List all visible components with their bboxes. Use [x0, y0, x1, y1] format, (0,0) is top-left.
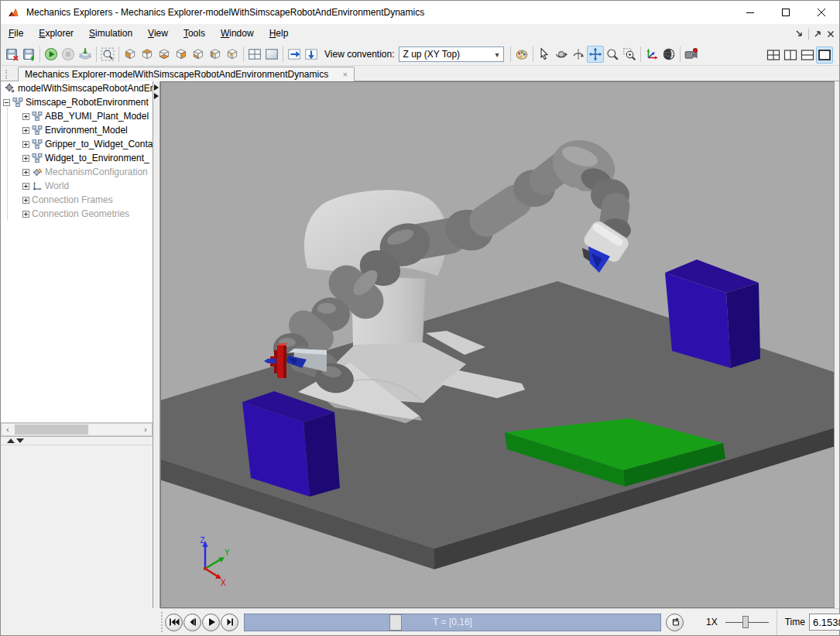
- tree-item-simscape[interactable]: Simscape_RobotEnvironment: [1, 95, 153, 109]
- collapse-expander[interactable]: [3, 99, 10, 106]
- pan-icon[interactable]: [587, 46, 604, 63]
- tree-item-gripper-contact[interactable]: Gripper_to_Widget_Conta: [1, 137, 153, 151]
- zoom-region-icon[interactable]: [621, 46, 638, 63]
- gear-icon: [32, 167, 43, 177]
- dock-icon[interactable]: [795, 29, 804, 38]
- tree-item-connection-frames[interactable]: Connection Frames: [1, 193, 153, 207]
- tree-item-world[interactable]: World: [1, 179, 153, 193]
- vertical-splitter[interactable]: [153, 81, 160, 608]
- menu-view[interactable]: View: [140, 26, 176, 42]
- menu-window[interactable]: Window: [213, 26, 262, 42]
- go-to-start-button[interactable]: [165, 614, 183, 631]
- world-frame-icon: [32, 180, 43, 191]
- stop-icon[interactable]: [60, 46, 77, 63]
- dock-right-icon[interactable]: [286, 46, 303, 63]
- viewport-3d[interactable]: Z Y X: [160, 81, 834, 608]
- svg-text:Z: Z: [200, 535, 205, 545]
- undock-icon[interactable]: [814, 29, 822, 38]
- select-cursor-icon[interactable]: [536, 46, 553, 63]
- com-sphere-icon[interactable]: [660, 46, 677, 63]
- view-cube-iso-icon[interactable]: [224, 46, 241, 63]
- subsystem-icon: [12, 97, 23, 108]
- plus-expander[interactable]: [22, 197, 29, 204]
- maximize-button[interactable]: [768, 1, 804, 24]
- scroll-right-arrow[interactable]: ›: [139, 424, 152, 435]
- split-four-icon[interactable]: [246, 46, 263, 63]
- run-icon[interactable]: [43, 46, 60, 63]
- subsystem-icon: [32, 153, 43, 163]
- tree-item-environment[interactable]: Environment_Model: [1, 123, 153, 137]
- split-single-icon[interactable]: [263, 46, 280, 63]
- view-cube-front-icon[interactable]: [190, 46, 207, 63]
- orbit-icon[interactable]: [553, 46, 570, 63]
- plus-expander[interactable]: [22, 183, 29, 190]
- close-panel-icon[interactable]: [827, 30, 835, 38]
- plus-expander[interactable]: [22, 169, 29, 176]
- scroll-left-arrow[interactable]: ‹: [2, 424, 14, 435]
- plus-expander[interactable]: [22, 113, 29, 120]
- view-cube-bottom-icon[interactable]: [156, 46, 173, 63]
- close-button[interactable]: [804, 1, 839, 24]
- mechanism-icon: [5, 83, 15, 94]
- menu-simulation[interactable]: Simulation: [81, 26, 140, 42]
- spin-icon[interactable]: [570, 46, 587, 63]
- apply-layers-icon[interactable]: [77, 46, 94, 63]
- video-record-icon[interactable]: [683, 46, 700, 63]
- menu-file[interactable]: File: [1, 26, 31, 42]
- view-cube-back-icon[interactable]: [139, 46, 156, 63]
- tree-item-mechanism-config[interactable]: MechanismConfiguration: [1, 165, 153, 179]
- title-bar: Mechanics Explorers - Mechanics Explorer…: [1, 1, 839, 24]
- layout-rows-icon[interactable]: [799, 46, 816, 64]
- tree-horizontal-scrollbar[interactable]: ‹ ›: [1, 423, 153, 436]
- save-export-icon[interactable]: [20, 46, 37, 63]
- menu-bar: File Explorer Simulation View Tools Wind…: [1, 24, 839, 43]
- layout-single-icon[interactable]: [816, 46, 833, 64]
- step-forward-button[interactable]: [221, 614, 238, 631]
- save-icon[interactable]: [3, 46, 20, 63]
- speed-slider[interactable]: [725, 614, 769, 631]
- tree-item-widget-env[interactable]: Widget_to_Environment_: [1, 151, 153, 165]
- zoom-fit-icon[interactable]: [99, 46, 116, 63]
- dock-down-icon[interactable]: [303, 46, 320, 63]
- loop-button[interactable]: [666, 614, 684, 631]
- view-convention-label: View convention:: [324, 49, 395, 60]
- matlab-app-icon: [8, 6, 20, 19]
- play-button[interactable]: [202, 614, 220, 631]
- time-range-label: T = [0,16]: [245, 617, 660, 627]
- speed-slider-knob[interactable]: [742, 616, 749, 628]
- view-cube-side-icon[interactable]: [207, 46, 224, 63]
- menu-help[interactable]: Help: [262, 26, 297, 42]
- plus-expander[interactable]: [22, 127, 29, 134]
- subsystem-icon: [32, 111, 43, 122]
- time-input[interactable]: [809, 614, 840, 631]
- time-field-label: Time: [785, 617, 805, 627]
- plus-expander[interactable]: [22, 141, 29, 148]
- menu-tools[interactable]: Tools: [176, 26, 213, 42]
- minimize-button[interactable]: [732, 1, 768, 24]
- layout-columns-icon[interactable]: [782, 46, 799, 64]
- mechanics-explorer-window: Mechanics Explorers - Mechanics Explorer…: [0, 0, 840, 636]
- menu-explorer[interactable]: Explorer: [31, 26, 81, 42]
- plus-expander[interactable]: [22, 211, 29, 218]
- view-cube-right-icon[interactable]: [173, 46, 190, 63]
- view-cube-left-icon[interactable]: [122, 46, 139, 63]
- tab-drag-handle[interactable]: [5, 70, 8, 79]
- tab-mechanics-explorer[interactable]: Mechanics Explorer-modelWithSimscapeRobo…: [18, 67, 355, 81]
- view-convention-dropdown[interactable]: Z up (XY Top)▾: [399, 46, 504, 62]
- zoom-icon[interactable]: [604, 46, 621, 63]
- window-title: Mechanics Explorers - Mechanics Explorer…: [26, 7, 424, 18]
- time-slider[interactable]: T = [0,16]: [244, 614, 661, 631]
- tree-item-abb-yumi[interactable]: ABB_YUMI_Plant_Model: [1, 109, 153, 123]
- step-back-button[interactable]: [183, 614, 201, 631]
- svg-text:X: X: [221, 578, 226, 588]
- frame-axes-icon[interactable]: [643, 46, 660, 63]
- tree-item-root[interactable]: modelWithSimscapeRobotAndEn: [1, 81, 153, 95]
- panel-splitter[interactable]: [1, 436, 153, 445]
- layout-grid-icon[interactable]: [765, 46, 782, 64]
- render-settings-icon[interactable]: [513, 46, 530, 63]
- tab-close-icon[interactable]: ×: [343, 70, 348, 79]
- scrollbar-thumb[interactable]: [15, 425, 88, 435]
- plus-expander[interactable]: [22, 155, 29, 162]
- playbar-drag-handle[interactable]: [161, 612, 163, 632]
- tree-item-connection-geometries[interactable]: Connection Geometries: [1, 207, 153, 221]
